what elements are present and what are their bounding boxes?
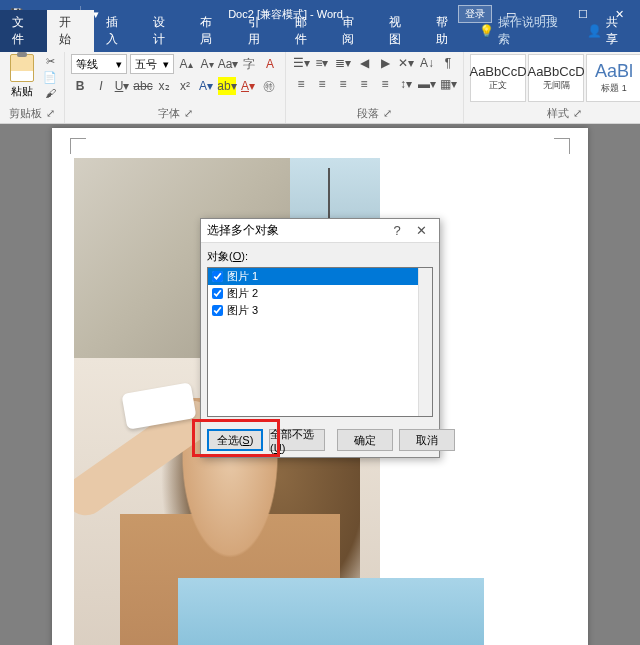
list-item[interactable]: 图片 2 <box>208 285 432 302</box>
format-painter-icon[interactable]: 🖌 <box>42 86 58 100</box>
align-center-icon[interactable]: ≡ <box>313 75 331 93</box>
style-nospacing[interactable]: AaBbCcD无间隔 <box>528 54 584 102</box>
strikethrough-icon[interactable]: abc <box>134 77 152 95</box>
tell-me-label: 操作说明搜索 <box>498 14 567 48</box>
highlight-icon[interactable]: ab▾ <box>218 77 236 95</box>
lightbulb-icon: 💡 <box>479 24 494 38</box>
annotation-highlight <box>192 419 280 457</box>
tab-layout[interactable]: 布局 <box>188 10 235 52</box>
tab-review[interactable]: 审阅 <box>330 10 377 52</box>
bold-icon[interactable]: B <box>71 77 89 95</box>
checkbox[interactable] <box>212 288 223 299</box>
asian-layout-icon[interactable]: ✕▾ <box>397 54 415 72</box>
cancel-button[interactable]: 取消 <box>399 429 455 451</box>
tab-file[interactable]: 文件 <box>0 10 47 52</box>
text-effects-icon[interactable]: A▾ <box>197 77 215 95</box>
share-button[interactable]: 👤 共享 <box>575 10 640 52</box>
subscript-icon[interactable]: x₂ <box>155 77 173 95</box>
scrollbar[interactable] <box>418 268 432 416</box>
paragraph-label: 段落 <box>357 106 379 121</box>
underline-icon[interactable]: U▾ <box>113 77 131 95</box>
enclose-char-icon[interactable]: ㊕ <box>260 77 278 95</box>
style-heading1[interactable]: AaBl标题 1 <box>586 54 640 102</box>
shrink-font-icon[interactable]: A▾ <box>198 55 216 73</box>
paste-label: 粘贴 <box>11 84 33 99</box>
ribbon-tabs: 文件 开始 插入 设计 布局 引用 邮件 审阅 视图 帮助 💡 操作说明搜索 👤… <box>0 28 640 52</box>
tab-insert[interactable]: 插入 <box>94 10 141 52</box>
numbering-icon[interactable]: ≡▾ <box>313 54 331 72</box>
dialog-titlebar[interactable]: 选择多个对象 ? ✕ <box>201 219 439 243</box>
group-clipboard: 粘贴 ✂ 📄 🖌 剪贴板⤢ <box>0 52 65 123</box>
group-styles: AaBbCcD正文 AaBbCcD无间隔 AaBl标题 1 ▴ ▾ ⤡ 样式⤢ <box>464 52 640 123</box>
checkbox[interactable] <box>212 305 223 316</box>
distributed-icon[interactable]: ≡ <box>376 75 394 93</box>
objects-label: 对象(O): <box>207 249 433 264</box>
tab-home[interactable]: 开始 <box>47 10 94 52</box>
tab-references[interactable]: 引用 <box>236 10 283 52</box>
dialog-launcher-icon[interactable]: ⤢ <box>46 107 55 120</box>
increase-indent-icon[interactable]: ▶ <box>376 54 394 72</box>
align-left-icon[interactable]: ≡ <box>292 75 310 93</box>
cut-icon[interactable]: ✂ <box>42 54 58 68</box>
shading-icon[interactable]: ▬▾ <box>418 75 436 93</box>
superscript-icon[interactable]: x² <box>176 77 194 95</box>
style-normal[interactable]: AaBbCcD正文 <box>470 54 526 102</box>
sort-icon[interactable]: A↓ <box>418 54 436 72</box>
multilevel-icon[interactable]: ≣▾ <box>334 54 352 72</box>
objects-listbox[interactable]: 图片 1 图片 2 图片 3 <box>207 267 433 417</box>
tab-view[interactable]: 视图 <box>377 10 424 52</box>
list-item[interactable]: 图片 3 <box>208 302 432 319</box>
clear-format-icon[interactable]: A <box>261 55 279 73</box>
decrease-indent-icon[interactable]: ◀ <box>355 54 373 72</box>
share-label: 共享 <box>606 14 628 48</box>
line-spacing-icon[interactable]: ↕▾ <box>397 75 415 93</box>
help-icon[interactable]: ? <box>385 223 409 238</box>
font-family-combo[interactable]: 等线▾ <box>71 54 127 74</box>
close-icon[interactable]: ✕ <box>409 223 433 238</box>
tab-mailings[interactable]: 邮件 <box>283 10 330 52</box>
justify-icon[interactable]: ≡ <box>355 75 373 93</box>
ok-button[interactable]: 确定 <box>337 429 393 451</box>
change-case-icon[interactable]: Aa▾ <box>219 55 237 73</box>
phonetic-guide-icon[interactable]: 字 <box>240 55 258 73</box>
paste-icon <box>10 54 34 82</box>
font-color-icon[interactable]: A▾ <box>239 77 257 95</box>
show-marks-icon[interactable]: ¶ <box>439 54 457 72</box>
tab-help[interactable]: 帮助 <box>424 10 471 52</box>
grow-font-icon[interactable]: A▴ <box>177 55 195 73</box>
font-size-combo[interactable]: 五号▾ <box>130 54 174 74</box>
dialog-title: 选择多个对象 <box>207 222 385 239</box>
bullets-icon[interactable]: ☰▾ <box>292 54 310 72</box>
borders-icon[interactable]: ▦▾ <box>439 75 457 93</box>
tab-design[interactable]: 设计 <box>141 10 188 52</box>
dialog-launcher-icon[interactable]: ⤢ <box>184 107 193 120</box>
font-label: 字体 <box>158 106 180 121</box>
styles-label: 样式 <box>547 106 569 121</box>
italic-icon[interactable]: I <box>92 77 110 95</box>
align-right-icon[interactable]: ≡ <box>334 75 352 93</box>
paste-button[interactable]: 粘贴 <box>6 54 38 99</box>
clipboard-label: 剪贴板 <box>9 106 42 121</box>
list-item[interactable]: 图片 1 <box>208 268 432 285</box>
checkbox[interactable] <box>212 271 223 282</box>
ribbon: 粘贴 ✂ 📄 🖌 剪贴板⤢ 等线▾ 五号▾ A▴ A▾ Aa <box>0 52 640 124</box>
share-icon: 👤 <box>587 24 602 38</box>
dialog-launcher-icon[interactable]: ⤢ <box>573 107 582 120</box>
image-3[interactable] <box>178 578 484 645</box>
tell-me-search[interactable]: 💡 操作说明搜索 <box>471 10 575 52</box>
group-font: 等线▾ 五号▾ A▴ A▾ Aa▾ 字 A B I U▾ abc x₂ <box>65 52 286 123</box>
copy-icon[interactable]: 📄 <box>42 70 58 84</box>
group-paragraph: ☰▾ ≡▾ ≣▾ ◀ ▶ ✕▾ A↓ ¶ ≡ ≡ ≡ ≡ ≡ <box>286 52 464 123</box>
dialog-launcher-icon[interactable]: ⤢ <box>383 107 392 120</box>
